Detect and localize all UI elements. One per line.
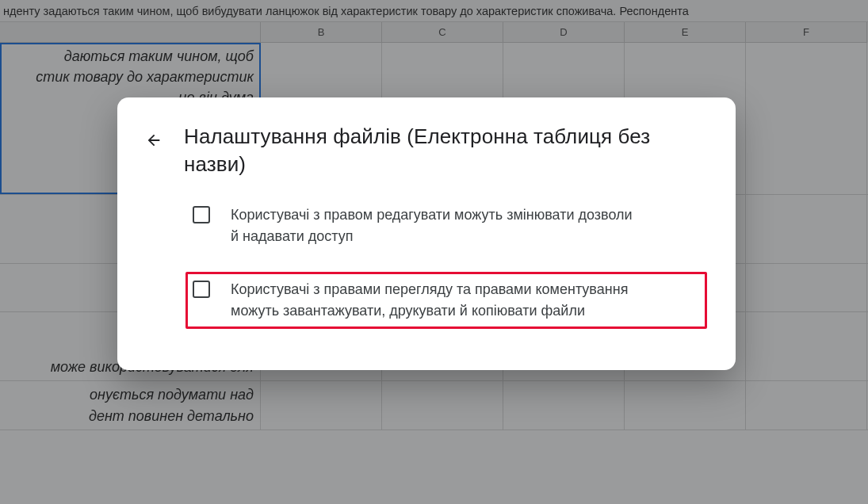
option-label: Користувачі з правом редагувати можуть з…: [231, 204, 643, 247]
options-list: Користувачі з правом редагувати можуть з…: [140, 197, 707, 329]
back-button[interactable]: [140, 126, 168, 155]
option-label: Користувачі з правами перегляду та права…: [231, 279, 643, 322]
dialog-title: Налаштування файлів (Електронна таблиця …: [184, 123, 707, 178]
checkbox[interactable]: [193, 206, 210, 223]
file-settings-dialog: Налаштування файлів (Електронна таблиця …: [117, 97, 736, 370]
option-viewers-download[interactable]: Користувачі з правами перегляду та права…: [185, 272, 707, 329]
checkbox[interactable]: [193, 281, 210, 298]
option-editors-share[interactable]: Користувачі з правом редагувати можуть з…: [185, 197, 707, 254]
arrow-left-icon: [145, 132, 163, 149]
